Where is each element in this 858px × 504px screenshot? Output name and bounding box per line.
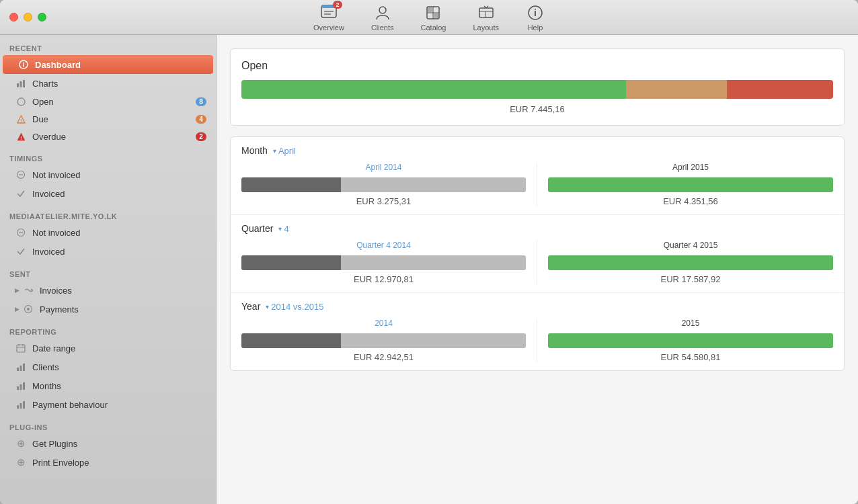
year-bar-green bbox=[548, 333, 833, 348]
svg-rect-16 bbox=[20, 81, 22, 87]
svg-rect-42 bbox=[23, 401, 25, 409]
svg-marker-27 bbox=[31, 288, 33, 290]
sidebar-item-months[interactable]: Months bbox=[0, 376, 216, 395]
year-dropdown-value: 2014 vs.2015 bbox=[271, 302, 323, 312]
help-label: Help bbox=[528, 24, 543, 32]
invoiced-1-icon bbox=[15, 187, 27, 200]
svg-point-29 bbox=[27, 308, 30, 310]
quarter-header: Quarter ▾ 4 bbox=[241, 223, 833, 234]
not-invoiced-1-icon bbox=[15, 169, 27, 181]
quarter-label: Quarter bbox=[241, 223, 273, 234]
sidebar-item-clients-report[interactable]: Clients bbox=[0, 358, 216, 376]
sidebar-open-badge: 8 bbox=[196, 97, 206, 106]
bar-green bbox=[241, 80, 626, 99]
sidebar-item-dashboard[interactable]: i Dashboard bbox=[3, 55, 213, 74]
sidebar-item-open[interactable]: Open 8 bbox=[0, 93, 216, 110]
month-bar-dark bbox=[241, 177, 341, 192]
sidebar-invoices-label: Invoices bbox=[40, 286, 206, 296]
sidebar: RECENT i Dashboard Charts Open 8 bbox=[0, 35, 217, 504]
quarter-col-right: Quarter 4 2015 EUR 17.587,92 bbox=[537, 241, 833, 284]
quarter-left-amount: EUR 12.970,81 bbox=[241, 274, 526, 284]
sidebar-item-date-range[interactable]: Date range bbox=[0, 339, 216, 358]
sidebar-item-not-invoiced-1[interactable]: Not invoiced bbox=[0, 165, 216, 184]
svg-rect-6 bbox=[428, 7, 432, 12]
year-row: Year ▾ 2014 vs.2015 2014 bbox=[231, 293, 844, 370]
bar-red bbox=[727, 80, 833, 99]
close-button[interactable] bbox=[9, 13, 18, 22]
svg-rect-7 bbox=[434, 13, 438, 18]
toolbar-help[interactable]: i Help bbox=[512, 1, 558, 34]
minimize-button[interactable] bbox=[24, 13, 32, 22]
payment-behaviour-icon bbox=[15, 398, 27, 411]
sidebar-not-invoiced-1-label: Not invoiced bbox=[32, 170, 206, 180]
overdue-icon: ! bbox=[15, 130, 27, 142]
toolbar-layouts[interactable]: Layouts bbox=[459, 1, 512, 34]
year-dropdown[interactable]: ▾ 2014 vs.2015 bbox=[266, 302, 323, 312]
month-left-bar bbox=[241, 177, 526, 192]
month-row: Month ▾ April April 2014 bbox=[231, 137, 844, 215]
svg-rect-39 bbox=[23, 382, 25, 390]
app-window: 2 Overview Clients bbox=[0, 0, 858, 504]
bar-orange bbox=[626, 80, 727, 99]
charts-icon bbox=[15, 77, 27, 89]
quarter-bar-dark bbox=[241, 255, 341, 270]
content-area: Open EUR 7.445,16 Month ▾ April bbox=[217, 35, 858, 504]
sidebar-section-sent: SENT bbox=[0, 261, 216, 281]
sidebar-item-not-invoiced-2[interactable]: Not invoiced bbox=[0, 223, 216, 242]
sidebar-item-charts[interactable]: Charts bbox=[0, 74, 216, 93]
sidebar-item-invoiced-1[interactable]: Invoiced bbox=[0, 184, 216, 203]
sidebar-date-range-label: Date range bbox=[32, 343, 206, 353]
sidebar-item-payment-behaviour[interactable]: Payment behaviour bbox=[0, 395, 216, 414]
month-col-right: April 2015 EUR 4.351,56 bbox=[537, 163, 833, 206]
overview-badge: 2 bbox=[333, 1, 342, 9]
year-left-bar bbox=[241, 333, 526, 348]
year-bar-dark bbox=[241, 333, 341, 348]
quarter-left-bar bbox=[241, 255, 526, 270]
quarter-columns: Quarter 4 2014 EUR 12.970,81 Quarter 4 2… bbox=[241, 241, 833, 284]
sidebar-item-overdue[interactable]: ! Overdue 2 bbox=[0, 128, 216, 145]
svg-rect-34 bbox=[17, 368, 19, 371]
sidebar-item-invoices[interactable]: ▶ Invoices bbox=[0, 281, 216, 300]
maximize-button[interactable] bbox=[38, 13, 46, 22]
open-title: Open bbox=[241, 60, 833, 72]
month-bar-green bbox=[548, 177, 833, 192]
svg-text:i: i bbox=[23, 61, 25, 69]
toolbar-nav: 2 Overview Clients bbox=[300, 1, 558, 34]
sidebar-due-label: Due bbox=[32, 114, 196, 124]
sidebar-get-plugins-label: Get Plugins bbox=[32, 439, 206, 449]
layouts-label: Layouts bbox=[473, 24, 499, 32]
svg-rect-17 bbox=[23, 80, 25, 87]
month-dropdown[interactable]: ▾ April bbox=[273, 146, 296, 156]
layouts-icon bbox=[477, 3, 496, 22]
sidebar-section-timings: TIMINGS bbox=[0, 145, 216, 165]
svg-point-4 bbox=[379, 7, 386, 13]
toolbar-catalog[interactable]: Catalog bbox=[407, 1, 460, 34]
sidebar-item-print-envelope[interactable]: ⊕ Print Envelope bbox=[0, 453, 216, 472]
svg-rect-15 bbox=[17, 83, 19, 87]
svg-rect-38 bbox=[20, 384, 22, 390]
toolbar-overview[interactable]: 2 Overview bbox=[300, 1, 358, 34]
clients-icon bbox=[373, 3, 392, 22]
open-progress-bar bbox=[241, 80, 833, 99]
sidebar-item-due[interactable]: ! Due 4 bbox=[0, 110, 216, 128]
quarter-right-year: Quarter 4 2015 bbox=[548, 241, 833, 250]
catalog-icon bbox=[424, 3, 442, 22]
sidebar-months-label: Months bbox=[32, 381, 206, 391]
catalog-label: Catalog bbox=[421, 24, 446, 32]
quarter-dropdown[interactable]: ▾ 4 bbox=[278, 224, 288, 234]
year-left-amount: EUR 42.942,51 bbox=[241, 352, 526, 362]
svg-rect-35 bbox=[20, 366, 22, 371]
sidebar-item-payments[interactable]: ▶ Payments bbox=[0, 300, 216, 319]
year-col-right: 2015 EUR 54.580,81 bbox=[537, 319, 833, 362]
invoices-arrow-icon: ▶ bbox=[15, 287, 20, 294]
sidebar-item-invoiced-2[interactable]: Invoiced bbox=[0, 242, 216, 261]
svg-rect-40 bbox=[17, 405, 19, 409]
toolbar-clients[interactable]: Clients bbox=[358, 1, 407, 34]
quarter-dropdown-arrow: ▾ bbox=[278, 225, 282, 233]
svg-text:!: ! bbox=[20, 135, 22, 140]
month-right-year: April 2015 bbox=[548, 163, 833, 172]
sidebar-item-get-plugins[interactable]: ⊕ Get Plugins bbox=[0, 434, 216, 453]
clients-label: Clients bbox=[371, 24, 394, 32]
month-bar-light bbox=[341, 177, 526, 192]
year-columns: 2014 EUR 42.942,51 2015 bbox=[241, 319, 833, 362]
